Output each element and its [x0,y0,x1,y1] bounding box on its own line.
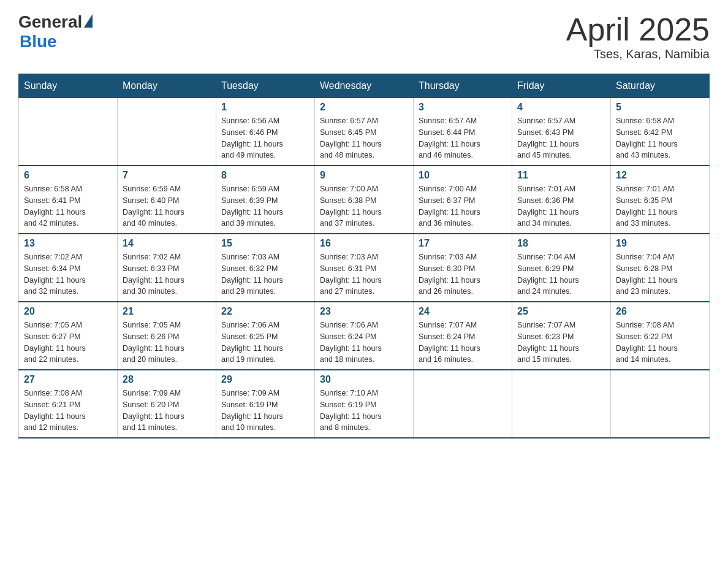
day-info: Sunrise: 7:04 AM Sunset: 6:29 PM Dayligh… [517,251,605,297]
day-number: 5 [616,102,704,113]
day-info: Sunrise: 7:02 AM Sunset: 6:34 PM Dayligh… [24,251,112,297]
day-info: Sunrise: 7:06 AM Sunset: 6:24 PM Dayligh… [320,320,408,366]
day-number: 17 [419,238,507,249]
logo: General Blue [18,12,93,52]
calendar-cell: 27Sunrise: 7:08 AM Sunset: 6:21 PM Dayli… [19,370,118,438]
day-info: Sunrise: 7:09 AM Sunset: 6:19 PM Dayligh… [221,388,309,434]
day-info: Sunrise: 7:06 AM Sunset: 6:25 PM Dayligh… [221,320,309,366]
day-number: 1 [221,102,309,113]
day-info: Sunrise: 7:07 AM Sunset: 6:24 PM Dayligh… [419,320,507,366]
day-info: Sunrise: 7:10 AM Sunset: 6:19 PM Dayligh… [320,388,408,434]
calendar-table: SundayMondayTuesdayWednesdayThursdayFrid… [18,74,710,439]
calendar-cell: 6Sunrise: 6:58 AM Sunset: 6:41 PM Daylig… [19,166,118,234]
day-number: 8 [221,170,309,181]
day-info: Sunrise: 7:00 AM Sunset: 6:38 PM Dayligh… [320,183,408,229]
day-info: Sunrise: 7:00 AM Sunset: 6:37 PM Dayligh… [419,183,507,229]
calendar-cell: 16Sunrise: 7:03 AM Sunset: 6:31 PM Dayli… [315,234,414,302]
calendar-cell: 9Sunrise: 7:00 AM Sunset: 6:38 PM Daylig… [315,166,414,234]
calendar-cell: 19Sunrise: 7:04 AM Sunset: 6:28 PM Dayli… [611,234,710,302]
month-year-title: April 2025 [566,12,710,47]
day-info: Sunrise: 7:08 AM Sunset: 6:22 PM Dayligh… [616,320,704,366]
day-number: 7 [123,170,211,181]
day-number: 14 [123,238,211,249]
day-number: 27 [24,374,112,385]
day-info: Sunrise: 6:59 AM Sunset: 6:39 PM Dayligh… [221,183,309,229]
day-info: Sunrise: 6:57 AM Sunset: 6:45 PM Dayligh… [320,115,408,161]
day-number: 13 [24,238,112,249]
calendar-cell: 21Sunrise: 7:05 AM Sunset: 6:26 PM Dayli… [118,302,216,370]
calendar-cell: 5Sunrise: 6:58 AM Sunset: 6:42 PM Daylig… [611,98,710,166]
calendar-cell: 1Sunrise: 6:56 AM Sunset: 6:46 PM Daylig… [216,98,315,166]
calendar-cell: 10Sunrise: 7:00 AM Sunset: 6:37 PM Dayli… [414,166,512,234]
day-info: Sunrise: 7:07 AM Sunset: 6:23 PM Dayligh… [517,320,605,366]
day-number: 29 [221,374,309,385]
calendar-cell [611,370,710,438]
day-info: Sunrise: 6:59 AM Sunset: 6:40 PM Dayligh… [123,183,211,229]
calendar-cell: 22Sunrise: 7:06 AM Sunset: 6:25 PM Dayli… [216,302,315,370]
title-section: April 2025 Tses, Karas, Namibia [566,12,710,61]
day-number: 4 [517,102,605,113]
day-info: Sunrise: 7:01 AM Sunset: 6:36 PM Dayligh… [517,183,605,229]
calendar-week-row: 13Sunrise: 7:02 AM Sunset: 6:34 PM Dayli… [19,234,710,302]
calendar-cell: 17Sunrise: 7:03 AM Sunset: 6:30 PM Dayli… [414,234,512,302]
header-monday: Monday [118,74,216,98]
header-tuesday: Tuesday [216,74,315,98]
calendar-cell: 29Sunrise: 7:09 AM Sunset: 6:19 PM Dayli… [216,370,315,438]
calendar-cell: 14Sunrise: 7:02 AM Sunset: 6:33 PM Dayli… [118,234,216,302]
page-header: General Blue April 2025 Tses, Karas, Nam… [18,12,710,61]
calendar-week-row: 27Sunrise: 7:08 AM Sunset: 6:21 PM Dayli… [19,370,710,438]
location-title: Tses, Karas, Namibia [566,47,710,61]
calendar-cell: 8Sunrise: 6:59 AM Sunset: 6:39 PM Daylig… [216,166,315,234]
day-number: 21 [123,306,211,317]
day-number: 30 [320,374,408,385]
header-wednesday: Wednesday [315,74,414,98]
calendar-cell [414,370,512,438]
day-info: Sunrise: 7:01 AM Sunset: 6:35 PM Dayligh… [616,183,704,229]
day-number: 28 [123,374,211,385]
day-number: 25 [517,306,605,317]
calendar-cell [118,98,216,166]
header-thursday: Thursday [414,74,512,98]
day-number: 6 [24,170,112,181]
day-number: 18 [517,238,605,249]
calendar-cell: 11Sunrise: 7:01 AM Sunset: 6:36 PM Dayli… [512,166,611,234]
day-info: Sunrise: 6:58 AM Sunset: 6:42 PM Dayligh… [616,115,704,161]
calendar-week-row: 1Sunrise: 6:56 AM Sunset: 6:46 PM Daylig… [19,98,710,166]
logo-general-text: General [18,12,82,32]
calendar-cell [512,370,611,438]
calendar-cell: 3Sunrise: 6:57 AM Sunset: 6:44 PM Daylig… [414,98,512,166]
calendar-cell: 30Sunrise: 7:10 AM Sunset: 6:19 PM Dayli… [315,370,414,438]
calendar-cell: 28Sunrise: 7:09 AM Sunset: 6:20 PM Dayli… [118,370,216,438]
logo-triangle-icon [84,14,93,28]
day-info: Sunrise: 7:03 AM Sunset: 6:31 PM Dayligh… [320,251,408,297]
calendar-cell: 26Sunrise: 7:08 AM Sunset: 6:22 PM Dayli… [611,302,710,370]
day-info: Sunrise: 7:04 AM Sunset: 6:28 PM Dayligh… [616,251,704,297]
day-info: Sunrise: 7:03 AM Sunset: 6:32 PM Dayligh… [221,251,309,297]
day-info: Sunrise: 7:09 AM Sunset: 6:20 PM Dayligh… [123,388,211,434]
day-info: Sunrise: 6:56 AM Sunset: 6:46 PM Dayligh… [221,115,309,161]
calendar-cell: 15Sunrise: 7:03 AM Sunset: 6:32 PM Dayli… [216,234,315,302]
logo-blue-text: Blue [20,32,57,52]
day-number: 9 [320,170,408,181]
header-sunday: Sunday [19,74,118,98]
day-info: Sunrise: 7:05 AM Sunset: 6:26 PM Dayligh… [123,320,211,366]
calendar-cell: 24Sunrise: 7:07 AM Sunset: 6:24 PM Dayli… [414,302,512,370]
calendar-cell: 12Sunrise: 7:01 AM Sunset: 6:35 PM Dayli… [611,166,710,234]
calendar-cell: 20Sunrise: 7:05 AM Sunset: 6:27 PM Dayli… [19,302,118,370]
calendar-cell [19,98,118,166]
calendar-cell: 25Sunrise: 7:07 AM Sunset: 6:23 PM Dayli… [512,302,611,370]
day-number: 22 [221,306,309,317]
calendar-cell: 13Sunrise: 7:02 AM Sunset: 6:34 PM Dayli… [19,234,118,302]
day-number: 23 [320,306,408,317]
day-number: 16 [320,238,408,249]
day-number: 15 [221,238,309,249]
calendar-week-row: 6Sunrise: 6:58 AM Sunset: 6:41 PM Daylig… [19,166,710,234]
day-info: Sunrise: 7:03 AM Sunset: 6:30 PM Dayligh… [419,251,507,297]
day-number: 11 [517,170,605,181]
day-number: 2 [320,102,408,113]
day-number: 12 [616,170,704,181]
header-friday: Friday [512,74,611,98]
calendar-cell: 4Sunrise: 6:57 AM Sunset: 6:43 PM Daylig… [512,98,611,166]
day-number: 20 [24,306,112,317]
day-info: Sunrise: 6:57 AM Sunset: 6:43 PM Dayligh… [517,115,605,161]
